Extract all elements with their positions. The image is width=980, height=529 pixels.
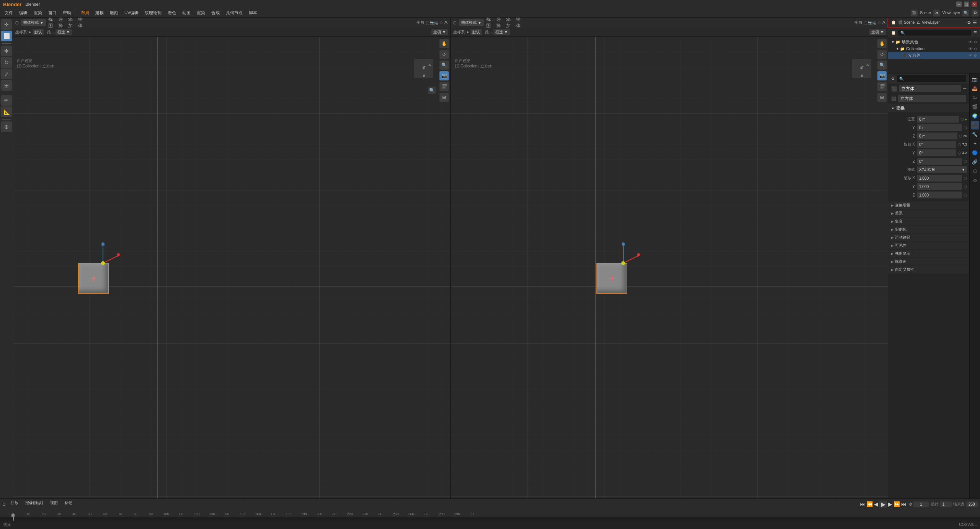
timeline-markers-menu[interactable]: 标记 <box>62 500 75 508</box>
outliner-collection[interactable]: ▼ 📁 Collection 👁 ⊙ <box>888 46 980 52</box>
end-frame-field[interactable]: 250 <box>966 501 978 507</box>
scene-icon[interactable]: 🎬 <box>911 10 918 16</box>
eye-icon-sc[interactable]: 👁 <box>969 40 972 44</box>
props-object-name-field[interactable]: 立方体 <box>899 85 961 92</box>
vp-right-grid-toggle2[interactable]: ⊞ <box>877 93 887 102</box>
prop-viewlayer-icon[interactable]: 🗂 <box>971 93 979 102</box>
jump-end-btn[interactable]: ⏭ <box>901 501 906 507</box>
collections-header[interactable]: ▶ 集合 <box>888 218 969 225</box>
custom-props-header[interactable]: ▶ 自定义属性 <box>888 266 969 274</box>
vp-left-mode[interactable]: 物体模式 ▼ <box>21 19 46 26</box>
select-icon-sc[interactable]: ⊙ <box>974 40 977 44</box>
tool-add[interactable]: ⊕ <box>1 121 12 132</box>
jump-start-btn[interactable]: ⏮ <box>860 501 865 507</box>
location-y-link[interactable]: ⬡ <box>964 126 967 130</box>
workspace-sculpt[interactable]: 雕刻 <box>107 8 121 17</box>
scale-y-value[interactable]: 1.000 <box>917 183 962 190</box>
viewport-right[interactable]: ⬡ 物体模式 ▼ 视图 选择 添加 物体 全局 ⬚📷◎⊙ 八 <box>451 18 888 498</box>
workspace-shading[interactable]: 着色 <box>165 8 179 17</box>
vp-right-editor-type[interactable]: ⬡ <box>453 21 457 25</box>
outliner-filter-btn[interactable]: ☰ <box>973 31 977 35</box>
vp-left-zoom[interactable]: 🔍 <box>439 61 449 70</box>
prop-data-icon[interactable]: ⬡ <box>971 167 979 175</box>
vp-right-zoom2[interactable]: 🔍 <box>877 61 887 70</box>
workspace-render2[interactable]: 渲染 <box>194 8 208 17</box>
eye-icon-c[interactable]: 👁 <box>969 47 972 51</box>
minimize-button[interactable]: ─ <box>956 2 962 7</box>
scale-z-value[interactable]: 1.000 <box>917 192 962 198</box>
timeline-playback-menu[interactable]: 回放 <box>8 500 21 508</box>
props-data-name-field[interactable]: 立方体 <box>898 95 966 102</box>
tool-cursor[interactable]: ✛ <box>1 19 12 30</box>
vp-right-num1[interactable]: 八 <box>882 20 886 25</box>
workspace-modeling[interactable]: 建模 <box>92 8 107 17</box>
props-search-box[interactable]: 🔍 <box>897 75 966 82</box>
viewport-display-header[interactable]: ▶ 视图显示 <box>888 250 969 257</box>
prop-material-icon[interactable]: ⊙ <box>971 176 979 185</box>
maximize-button[interactable]: □ <box>964 2 969 7</box>
vp-left-object-menu[interactable]: 物体 <box>78 19 86 26</box>
vp-left-cam[interactable]: 🎬 <box>439 82 449 91</box>
jump-next-keyframe-btn[interactable]: ⏩ <box>893 501 900 507</box>
filter-icon[interactable]: ⚙ <box>972 10 978 16</box>
vp-left-navcube[interactable]: 前 右 底 <box>413 58 434 79</box>
vp-left-select-menu[interactable]: 选择 <box>58 19 66 26</box>
prop-object-icon[interactable]: ⬛ <box>971 121 979 129</box>
timeline-view-menu[interactable]: 视图 <box>48 500 60 508</box>
rotation-x-value[interactable]: 0° <box>917 141 956 148</box>
location-y-value[interactable]: 0 m <box>917 124 962 131</box>
tool-select[interactable]: ⬜ <box>1 31 12 41</box>
workspace-uv[interactable]: UV编辑 <box>121 8 142 17</box>
select-icon-cube[interactable]: ⊙ <box>974 53 977 57</box>
instancing-header[interactable]: ▶ 实例化 <box>888 226 969 233</box>
vp-left-num1[interactable]: 八 <box>444 20 448 25</box>
timeline-editor-icon[interactable]: ⏱ <box>2 502 6 506</box>
viewport-left[interactable]: ⬡ 物体模式 ▼ 视图 选择 添加 物体 全局 ⬚📷◎⊙ 八 <box>13 18 451 498</box>
outliner-editor-type[interactable]: 📋 <box>891 20 896 25</box>
prop-modifier-icon[interactable]: 🔧 <box>971 130 979 139</box>
rotation-x-link[interactable]: ⬡ <box>958 142 961 147</box>
vp-right-view-menu[interactable]: 视图 <box>486 19 494 26</box>
timeline-playback2-menu[interactable]: 报像(播放) <box>23 500 46 508</box>
tool-transform[interactable]: ⊞ <box>1 80 12 91</box>
vp-right-orbit2[interactable]: ↺ <box>877 50 887 59</box>
zoom-in-left[interactable]: 🔍 <box>428 87 436 94</box>
prop-scene-icon[interactable]: 🎬 <box>971 103 979 111</box>
menu-window[interactable]: 窗口 <box>45 8 60 17</box>
location-z-link[interactable]: ⬡ <box>959 134 962 138</box>
viewlayer-icon[interactable]: 🗂 <box>933 10 940 16</box>
prop-world-icon[interactable]: 🌍 <box>971 112 979 120</box>
motion-paths-header[interactable]: ▶ 运动路径 <box>888 234 969 241</box>
vp-left-options-btn[interactable]: 选项 ▼ <box>431 29 448 35</box>
vp-right-mode[interactable]: 物体模式 ▼ <box>459 19 484 26</box>
menu-edit[interactable]: 编辑 <box>16 8 31 17</box>
outliner-editor-icon[interactable]: 📋 <box>891 31 896 35</box>
vp-right-cam2[interactable]: 🎬 <box>877 82 887 91</box>
prop-constraints-icon[interactable]: 🔗 <box>971 158 979 166</box>
props-editor-icon[interactable]: ⚙ <box>891 77 895 81</box>
rotation-y-value[interactable]: 0° <box>917 149 956 156</box>
transform-gizmo-right[interactable] <box>616 240 646 271</box>
vp-right-box-select[interactable]: 框选 ▼ <box>493 29 510 35</box>
outliner-filter-icon[interactable]: ☰ <box>973 20 977 25</box>
vp-right-grab2[interactable]: ✋ <box>877 39 887 48</box>
workspace-animation[interactable]: 动画 <box>179 8 194 17</box>
vp-left-view-menu[interactable]: 视图 <box>48 19 56 26</box>
close-button[interactable]: ✕ <box>972 2 977 7</box>
vp-left-zoom-controls[interactable]: 🔍 <box>428 87 436 94</box>
scale-z-link[interactable]: ⬡ <box>964 193 967 197</box>
visibility-header[interactable]: ▶ 可见性 <box>888 242 969 249</box>
prop-physics-icon[interactable]: 🔵 <box>971 149 979 157</box>
menu-file[interactable]: 文件 <box>2 8 16 17</box>
jump-prev-keyframe-btn[interactable]: ⏪ <box>866 501 873 507</box>
tool-move[interactable]: ✤ <box>1 46 12 56</box>
vp-right-default[interactable]: 默认 <box>470 29 482 35</box>
vp-left-default[interactable]: 默认 <box>33 29 44 35</box>
step-back-btn[interactable]: ◀ <box>874 501 878 507</box>
scale-x-value[interactable]: 1.000 <box>917 175 962 182</box>
vp-left-box-select[interactable]: 框选 ▼ <box>56 29 72 35</box>
transform-section-header[interactable]: ▼ 变换 <box>888 104 969 113</box>
delta-transform-header[interactable]: ▶ 变换增量 <box>888 201 969 209</box>
menu-help[interactable]: 帮助 <box>60 8 74 17</box>
relations-header[interactable]: ▶ 关系 <box>888 210 969 217</box>
